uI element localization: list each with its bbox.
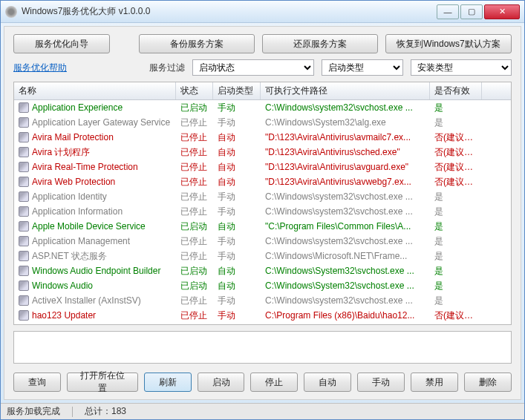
cell-valid: 否(建议删... — [430, 161, 482, 174]
table-body[interactable]: Application Experience已启动手动C:\Windows\sy… — [14, 100, 511, 324]
table-row[interactable]: hao123 Updater已停止手动C:\Program Files (x86… — [14, 308, 511, 323]
backup-button[interactable]: 备份服务方案 — [139, 34, 255, 53]
query-button[interactable]: 查询 — [13, 373, 61, 392]
filter-label: 服务过滤 — [149, 62, 185, 74]
cell-valid: 是 — [430, 102, 482, 114]
status-loaded: 服务加载完成 — [7, 405, 60, 418]
cell-starttype: 自动 — [213, 176, 261, 188]
delete-button[interactable]: 删除 — [464, 373, 512, 392]
cell-path: C:\Windows\system32\svchost.exe ... — [261, 206, 430, 217]
table-row[interactable]: Windows Audio已启动自动C:\Windows\System32\sv… — [14, 278, 511, 293]
cell-state: 已启动 — [176, 265, 213, 278]
cell-starttype: 自动 — [213, 265, 261, 278]
table-row[interactable]: ASP.NET 状态服务已停止手动C:\Windows\Microsoft.NE… — [14, 249, 511, 263]
cell-path: "D:\123\Avira\Antivirus\avwebg7.ex... — [261, 177, 430, 187]
refresh-button[interactable]: 刷新 — [144, 373, 192, 392]
service-icon — [19, 102, 29, 113]
service-icon — [19, 132, 29, 142]
service-icon — [19, 147, 29, 157]
cell-path: "C:\Program Files\Common Files\A... — [261, 221, 430, 232]
filter-state-select[interactable]: 启动状态 — [192, 59, 314, 76]
cell-state: 已停止 — [176, 295, 213, 307]
cell-starttype: 手动 — [213, 191, 261, 203]
table-row[interactable]: Avira Real-Time Protection已停止自动"D:\123\A… — [14, 160, 511, 174]
cell-state: 已启动 — [176, 280, 213, 292]
services-table: 名称 状态 启动类型 可执行文件路径 是否有效 Application Expe… — [13, 82, 512, 325]
titlebar[interactable]: Windows7服务优化大师 v1.0.0.0 — ▢ ✕ — [1, 1, 524, 23]
cell-name: ActiveX Installer (AxInstSV) — [14, 295, 176, 306]
close-button[interactable]: ✕ — [484, 4, 520, 19]
cell-path: "D:\123\Avira\Antivirus\avmailc7.ex... — [261, 132, 430, 142]
table-row[interactable]: ActiveX Installer (AxInstSV)已停止手动C:\Wind… — [14, 293, 511, 308]
bottom-button-row: 查询 打开所在位置 刷新 启动 停止 自动 手动 禁用 删除 — [13, 370, 512, 395]
col-state[interactable]: 状态 — [176, 82, 213, 99]
cell-state: 已停止 — [176, 146, 213, 159]
cell-valid: 是 — [430, 250, 482, 263]
cell-name: Application Layer Gateway Service — [14, 117, 176, 128]
open-location-button[interactable]: 打开所在位置 — [67, 373, 138, 392]
wizard-button[interactable]: 服务优化向导 — [13, 34, 110, 53]
cell-starttype: 自动 — [213, 220, 261, 233]
stop-button[interactable]: 停止 — [250, 373, 298, 392]
disable-button[interactable]: 禁用 — [411, 373, 458, 392]
table-row[interactable]: Apple Mobile Device Service已启动自动"C:\Prog… — [14, 219, 511, 234]
main-window: Windows7服务优化大师 v1.0.0.0 — ▢ ✕ 服务优化向导 备份服… — [0, 0, 525, 420]
service-icon — [19, 177, 29, 187]
filter-installtype-select[interactable]: 安装类型 — [411, 59, 512, 76]
table-row[interactable]: Application Information已停止手动C:\Windows\s… — [14, 204, 511, 219]
service-icon — [19, 117, 29, 128]
table-row[interactable]: Application Layer Gateway Service已停止手动C:… — [14, 115, 511, 130]
reset-default-button[interactable]: 恢复到Windows7默认方案 — [385, 34, 512, 53]
col-starttype[interactable]: 启动类型 — [213, 82, 261, 99]
cell-valid: 是 — [430, 191, 482, 203]
status-bar: 服务加载完成 总计：183 — [1, 403, 524, 419]
window-title: Windows7服务优化大师 v1.0.0.0 — [22, 5, 437, 18]
cell-name: Avira Web Protection — [14, 177, 176, 187]
table-row[interactable]: Application Identity已停止手动C:\Windows\syst… — [14, 189, 511, 204]
table-row[interactable]: Avira Mail Protection已停止自动"D:\123\Avira\… — [14, 130, 511, 145]
cell-state: 已启动 — [176, 220, 213, 233]
cell-name: Avira 计划程序 — [14, 146, 176, 159]
service-icon — [19, 206, 29, 217]
cell-starttype: 手动 — [213, 295, 261, 307]
cell-valid: 是 — [430, 220, 482, 233]
auto-button[interactable]: 自动 — [304, 373, 351, 392]
restore-button[interactable]: 还原服务方案 — [262, 34, 378, 53]
cell-state: 已停止 — [176, 235, 213, 248]
cell-name: ASP.NET 状态服务 — [14, 250, 176, 263]
help-link[interactable]: 服务优化帮助 — [13, 62, 67, 74]
minimize-button[interactable]: — — [437, 4, 459, 19]
status-separator — [72, 407, 73, 417]
service-icon — [19, 310, 29, 321]
cell-valid: 否(建议删... — [430, 309, 482, 322]
start-button[interactable]: 启动 — [198, 373, 245, 392]
service-icon — [19, 266, 29, 276]
manual-button[interactable]: 手动 — [357, 373, 405, 392]
table-row[interactable]: Application Experience已启动手动C:\Windows\sy… — [14, 100, 511, 115]
table-row[interactable]: Application Management已停止手动C:\Windows\sy… — [14, 234, 511, 249]
cell-name: Application Experience — [14, 102, 176, 113]
cell-path: C:\Program Files (x86)\Baidu\hao12... — [261, 310, 430, 321]
cell-path: "D:\123\Avira\Antivirus\avguard.exe" — [261, 162, 430, 172]
top-button-row: 服务优化向导 备份服务方案 还原服务方案 恢复到Windows7默认方案 — [13, 34, 512, 53]
table-row[interactable]: Avira Web Protection已停止自动"D:\123\Avira\A… — [14, 174, 511, 189]
cell-state: 已停止 — [176, 250, 213, 263]
filter-starttype-select[interactable]: 启动类型 — [322, 59, 403, 76]
detail-panel — [13, 331, 512, 364]
cell-state: 已停止 — [176, 309, 213, 322]
maximize-button[interactable]: ▢ — [460, 4, 483, 19]
table-row[interactable]: Avira 计划程序已停止自动"D:\123\Avira\Antivirus\s… — [14, 145, 511, 160]
cell-state: 已停止 — [176, 131, 213, 144]
table-row[interactable]: Windows Audio Endpoint Builder已启动自动C:\Wi… — [14, 263, 511, 278]
cell-path: C:\Windows\System32\svchost.exe ... — [261, 266, 430, 276]
col-name[interactable]: 名称 — [14, 82, 176, 99]
cell-starttype: 手动 — [213, 235, 261, 248]
cell-name: Application Management — [14, 236, 176, 246]
cell-starttype: 自动 — [213, 280, 261, 292]
cell-path: C:\Windows\system32\svchost.exe ... — [261, 191, 430, 202]
cell-valid: 是 — [430, 265, 482, 278]
cell-starttype: 手动 — [213, 309, 261, 322]
cell-starttype: 自动 — [213, 161, 261, 174]
col-path[interactable]: 可执行文件路径 — [261, 82, 430, 99]
col-valid[interactable]: 是否有效 — [430, 82, 482, 99]
